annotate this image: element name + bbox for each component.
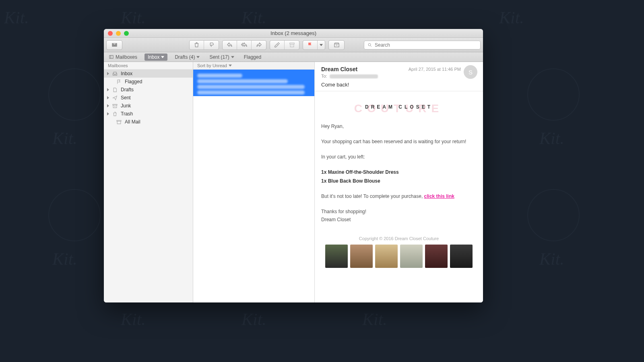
junk-box-icon (112, 103, 118, 109)
svg-point-0 (368, 43, 371, 46)
compose-icon (274, 42, 280, 48)
titlebar: Inbox (2 messages) (104, 29, 483, 38)
to-row: To: (321, 74, 477, 78)
thumbnail[interactable] (350, 245, 373, 268)
message-reader: Dream Closet April 27, 2015 at 11:46 PM … (315, 62, 483, 302)
message-list-item[interactable] (193, 70, 314, 96)
reply-all-button[interactable] (237, 41, 252, 49)
cta-line: But it's not too late! To complete your … (321, 193, 477, 200)
envelope-icon (111, 42, 118, 48)
mailboxes-toggle[interactable]: Mailboxes (106, 53, 140, 61)
get-mail-button[interactable] (106, 40, 122, 50)
sort-button[interactable]: Sort by Unread (193, 62, 314, 70)
sidebar-item-inbox[interactable]: Inbox (104, 70, 193, 78)
mailboxes-label: Mailboxes (116, 54, 137, 60)
thumbnail[interactable] (400, 245, 423, 268)
message-list: Sort by Unread (193, 62, 315, 302)
compose-button[interactable] (270, 41, 285, 49)
flag-outline-icon (116, 79, 122, 84)
flag-group[interactable] (303, 40, 325, 50)
archive-button[interactable] (285, 41, 299, 49)
junk-button[interactable] (204, 41, 219, 49)
paper-plane-icon (112, 95, 118, 101)
sidebar: Mailboxes Inbox Flagged Drafts Sent Junk… (104, 62, 193, 302)
favorites-bar: Mailboxes Inbox Drafts (4) Sent (17) Fla… (104, 52, 483, 62)
search-input[interactable] (364, 41, 481, 49)
sidebar-item-allmail[interactable]: All Mail (104, 118, 193, 126)
forward-icon (256, 42, 262, 48)
chevron-down-icon (320, 44, 323, 46)
flag-icon (307, 42, 313, 48)
sidebar-header: Mailboxes (104, 62, 193, 70)
sidebar-item-trash[interactable]: Trash (104, 110, 193, 118)
search-icon (367, 43, 372, 47)
fav-flagged[interactable]: Flagged (242, 53, 264, 61)
delete-button[interactable] (190, 41, 204, 49)
product-thumbnails (321, 245, 477, 268)
chevron-down-icon (196, 56, 200, 58)
trash-icon (194, 42, 200, 48)
sidebar-icon (109, 55, 114, 59)
subject-label: Come back! (321, 82, 477, 88)
forward-button[interactable] (252, 41, 266, 49)
mail-window: Inbox (2 messages) (104, 29, 483, 302)
cart-item: 1x Maxine Off-the-Shoulder Dress (321, 169, 477, 176)
archive-box-icon (116, 119, 122, 125)
fav-drafts[interactable]: Drafts (4) (172, 53, 202, 61)
thumbnail[interactable] (450, 245, 473, 268)
fav-sent[interactable]: Sent (17) (207, 53, 236, 61)
document-icon (112, 87, 118, 93)
cta-link[interactable]: click this link (424, 193, 454, 199)
cart-item: 1x Blue Back Bow Blouse (321, 177, 477, 185)
thanks-line: Thanks for shopping! (321, 208, 477, 215)
thumbs-down-icon (208, 42, 215, 48)
sidebar-item-sent[interactable]: Sent (104, 94, 193, 102)
compose-archive-group (270, 40, 299, 50)
delete-junk-group (189, 40, 219, 50)
brand-logo: COUTURE DREAM CLOSET (321, 103, 477, 111)
window-title: Inbox (2 messages) (104, 30, 483, 36)
chevron-down-icon (229, 64, 232, 67)
avatar: S (464, 65, 477, 79)
sidebar-item-flagged[interactable]: Flagged (104, 78, 193, 86)
body-line2: In your cart, you left: (321, 153, 477, 160)
copyright: Copyright © 2016 Dream Closet Couture (321, 235, 477, 242)
thumbnail[interactable] (375, 245, 398, 268)
greeting: Hey Ryan, (321, 123, 477, 130)
reply-icon (227, 42, 233, 48)
body-line1: Your shopping cart has been reserved and… (321, 138, 477, 145)
trash-icon (112, 111, 118, 117)
thumbnail[interactable] (425, 245, 448, 268)
inbox-icon (112, 71, 118, 76)
sidebar-item-junk[interactable]: Junk (104, 102, 193, 110)
date-label: April 27, 2015 at 11:46 PM (409, 67, 461, 72)
reply-all-icon (241, 42, 247, 48)
signature: Dream Closet (321, 216, 477, 223)
reply-button[interactable] (223, 41, 237, 49)
toolbar (104, 38, 483, 52)
archive-icon (289, 42, 295, 48)
fav-inbox[interactable]: Inbox (144, 53, 167, 61)
move-button[interactable] (328, 40, 345, 50)
chevron-down-icon (161, 56, 164, 58)
svg-rect-1 (109, 56, 113, 58)
sidebar-item-drafts[interactable]: Drafts (104, 86, 193, 94)
chevron-down-icon (231, 56, 234, 58)
reply-group (222, 40, 266, 50)
thumbnail[interactable] (325, 245, 348, 268)
box-icon (334, 42, 340, 48)
